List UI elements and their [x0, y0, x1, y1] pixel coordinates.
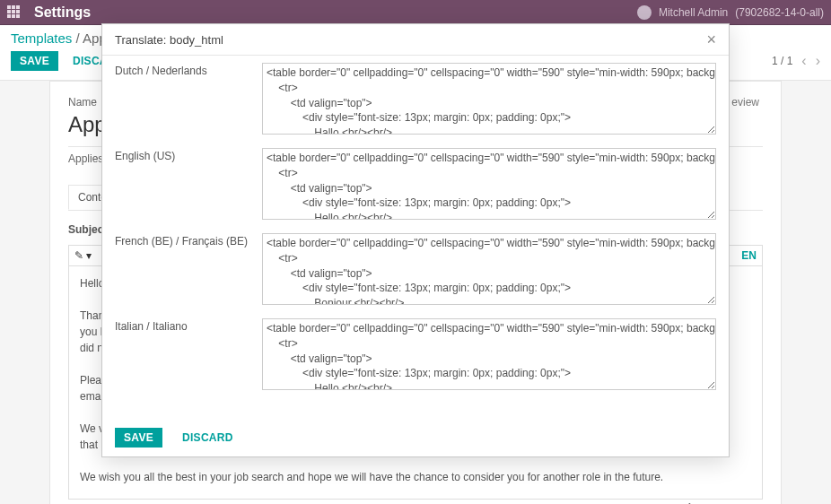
modal-save-button[interactable]: SAVE	[115, 428, 162, 448]
translate-textarea-en[interactable]	[262, 148, 716, 220]
translate-textarea-fr[interactable]	[262, 233, 716, 305]
translate-row: French (BE) / Français (BE)	[115, 233, 716, 308]
translate-lang-label: English (US)	[115, 148, 262, 222]
translate-modal: Translate: body_html × Dutch / Nederland…	[101, 23, 730, 457]
translate-lang-label: Italian / Italiano	[115, 318, 262, 393]
translate-row: Dutch / Nederlands	[115, 63, 716, 137]
translate-textarea-nl[interactable]	[262, 63, 716, 135]
translate-lang-label: Dutch / Nederlands	[115, 63, 262, 137]
modal-title: Translate: body_html	[115, 33, 223, 47]
modal-discard-button[interactable]: DISCARD	[173, 428, 242, 448]
close-icon[interactable]: ×	[706, 31, 716, 48]
translate-lang-label: French (BE) / Français (BE)	[115, 233, 262, 308]
modal-body[interactable]: Dutch / Nederlands English (US) French (…	[102, 56, 729, 419]
translate-row: Italian / Italiano	[115, 318, 716, 393]
translate-textarea-it[interactable]	[262, 318, 716, 390]
translate-row: English (US)	[115, 148, 716, 222]
